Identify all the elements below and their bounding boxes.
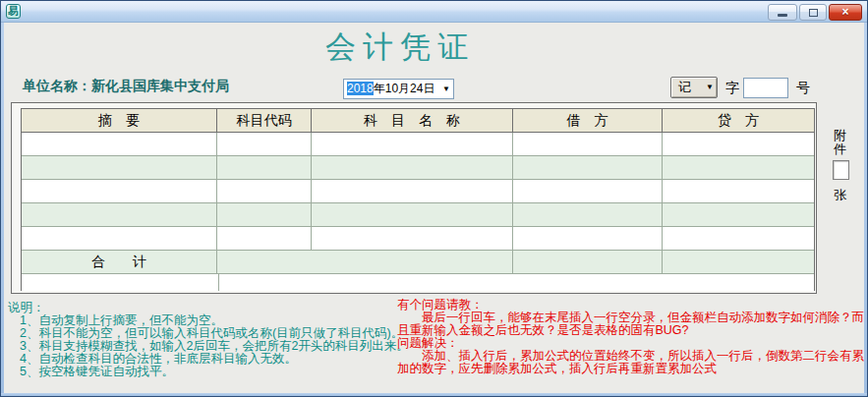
grid-cell-subject-code[interactable] xyxy=(217,227,312,250)
grid-total-row: 合 计 xyxy=(22,251,814,274)
grid-cell-debit[interactable] xyxy=(513,180,663,202)
voucher-grid: 摘 要 科目代码 科 目 名 称 借 方 贷 方 xyxy=(21,108,815,291)
attachment-label: 附件 xyxy=(834,129,848,156)
minimize-button[interactable] xyxy=(768,4,797,21)
grid-cell-debit[interactable] xyxy=(513,156,663,179)
column-header-debit: 借 方 xyxy=(513,109,663,132)
grid-cell-credit[interactable] xyxy=(663,203,814,226)
grid-row xyxy=(22,156,814,180)
grid-cell-subject-code[interactable] xyxy=(217,203,312,226)
voucher-type-value: 记 xyxy=(678,80,691,94)
grid-cell-subject-code[interactable] xyxy=(217,156,312,179)
question-block: 有个问题请教： 最后一行回车，能够在末尾插入一行空分录，但金额栏自动添加数字如何… xyxy=(397,299,865,375)
grid-cell-debit[interactable] xyxy=(513,227,663,250)
date-year-selected: 2018 xyxy=(347,82,374,95)
grid-cell-credit[interactable] xyxy=(663,133,814,155)
attachment-unit-label: 张 xyxy=(834,187,846,204)
grid-cell-summary[interactable] xyxy=(22,133,217,155)
attachment-count-input[interactable] xyxy=(833,160,849,180)
close-button[interactable]: × xyxy=(829,4,862,21)
grid-cell-subject-name[interactable] xyxy=(312,133,513,155)
close-icon: × xyxy=(841,5,848,20)
column-header-subject-code: 科目代码 xyxy=(217,109,312,132)
date-picker[interactable]: 2018年10月24日 ▼ xyxy=(343,79,454,99)
grid-stub-row[interactable] xyxy=(22,274,814,291)
hao-label: 号 xyxy=(796,80,810,97)
date-dropdown-icon[interactable]: ▼ xyxy=(442,80,450,98)
grid-cell-subject-code[interactable] xyxy=(217,133,312,155)
grid-row xyxy=(22,180,814,203)
grid-cell-summary[interactable] xyxy=(22,203,217,226)
titlebar[interactable]: 易 × xyxy=(1,1,867,23)
app-icon: 易 xyxy=(6,4,21,19)
answer-body: 添加、插入行后，累加公式的位置始终不变，所以插入一行后，倒数第二行会有累加的数字… xyxy=(397,350,865,375)
minimize-icon xyxy=(778,14,787,17)
window-controls: × xyxy=(768,4,862,21)
grid-cell-debit[interactable] xyxy=(513,133,663,155)
maximize-icon xyxy=(809,9,818,17)
voucher-grid-frame: 摘 要 科目代码 科 目 名 称 借 方 贷 方 xyxy=(11,102,817,294)
window-border-bottom xyxy=(1,393,867,396)
grid-header-row: 摘 要 科目代码 科 目 名 称 借 方 贷 方 xyxy=(22,109,814,133)
grid-row xyxy=(22,227,814,251)
grid-cell-subject-code[interactable] xyxy=(217,180,312,202)
column-header-credit: 贷 方 xyxy=(663,109,814,132)
grid-cell-credit[interactable] xyxy=(663,180,814,202)
grid-cell-subject-name[interactable] xyxy=(312,180,513,202)
total-debit-cell xyxy=(513,251,663,273)
grid-cell-subject-name[interactable] xyxy=(312,156,513,179)
grid-cell-summary[interactable] xyxy=(22,156,217,179)
voucher-type-dropdown-icon[interactable]: ▼ xyxy=(706,78,714,97)
unit-name: 单位名称：新化县国库集中支付局 xyxy=(23,78,229,95)
voucher-number-input[interactable] xyxy=(743,78,788,98)
date-month-day: 年10月24日 xyxy=(374,82,435,95)
grid-cell-summary[interactable] xyxy=(22,180,217,202)
grid-row xyxy=(22,203,814,227)
unit-name-value: 新化县国库集中支付局 xyxy=(91,78,229,93)
zi-label: 字 xyxy=(725,80,739,97)
maximize-button[interactable] xyxy=(799,4,827,21)
grid-row xyxy=(22,133,814,156)
unit-name-label: 单位名称： xyxy=(23,78,91,93)
grid-body xyxy=(22,133,814,251)
app-window: 易 × 会计凭证 单位名称：新化县国库集中支付局 2018年10月24日 ▼ 记… xyxy=(0,0,868,397)
column-header-summary: 摘 要 xyxy=(22,109,217,132)
question-body: 最后一行回车，能够在末尾插入一行空分录，但金额栏自动添加数字如何消除？而且重新输… xyxy=(397,312,865,337)
page-title: 会计凭证 xyxy=(325,27,475,68)
notes-block: 说明： 1、自动复制上行摘要，但不能为空。 2、科目不能为空，但可以输入科目代码… xyxy=(8,302,409,378)
grid-cell-subject-name[interactable] xyxy=(312,203,513,226)
voucher-type-select[interactable]: 记 ▼ xyxy=(670,77,718,98)
total-label-cell: 合 计 xyxy=(22,251,217,273)
column-header-subject-name: 科 目 名 称 xyxy=(312,109,513,132)
note-item: 5、按空格键凭证自动找平。 xyxy=(20,366,409,378)
total-merged-cell xyxy=(217,251,513,273)
grid-cell-credit[interactable] xyxy=(663,227,814,250)
grid-cell-credit[interactable] xyxy=(663,156,814,179)
total-credit-cell xyxy=(663,251,814,273)
window-border-left xyxy=(1,23,4,396)
window-border-right xyxy=(864,23,867,396)
grid-cell-subject-name[interactable] xyxy=(312,227,513,250)
grid-cell-debit[interactable] xyxy=(513,203,663,226)
grid-cell-summary[interactable] xyxy=(22,227,217,250)
